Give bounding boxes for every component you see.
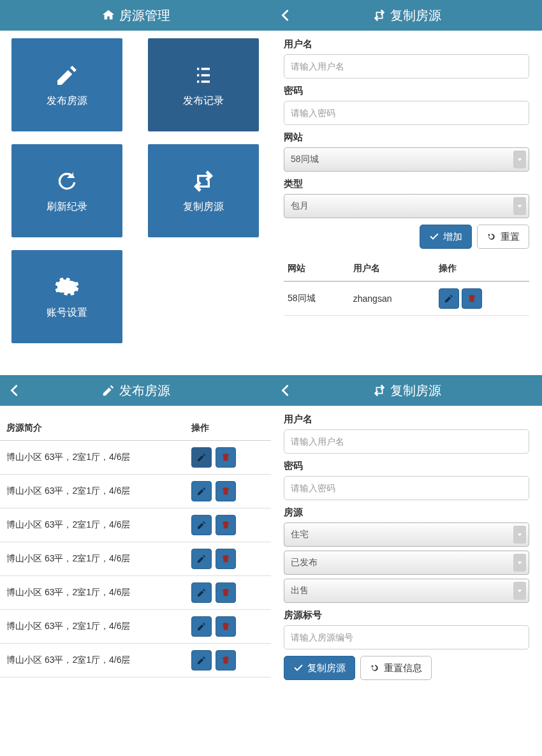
reset-info-button[interactable]: 重置信息 [360, 656, 432, 680]
panel-copy-accounts: 复制房源 用户名 密码 网站 58同城 [271, 0, 542, 351]
reset-icon [370, 663, 380, 673]
code-input[interactable] [284, 625, 529, 649]
chevron-down-icon [513, 526, 526, 544]
chevron-down-icon [513, 582, 526, 600]
page-title: 复制房源 [390, 382, 441, 399]
edit-button[interactable] [191, 481, 212, 501]
tile-pencil[interactable]: 发布房源 [11, 38, 122, 131]
delete-button[interactable] [216, 650, 236, 671]
add-button[interactable]: 增加 [420, 225, 472, 249]
gear-icon [54, 274, 80, 300]
trash-icon [221, 452, 231, 463]
reset-icon [487, 232, 497, 242]
delete-button[interactable] [216, 549, 236, 569]
cell-user: zhangsan [349, 281, 435, 316]
copy-button[interactable]: 复制房源 [284, 656, 355, 680]
site-value: 58同城 [291, 154, 319, 165]
col-site: 网站 [284, 256, 349, 281]
col-user: 用户名 [349, 256, 435, 281]
trash-icon [221, 588, 231, 598]
username-input[interactable] [284, 54, 529, 78]
delete-button[interactable] [216, 481, 236, 501]
edit-button[interactable] [191, 515, 212, 535]
tile-label: 复制房源 [183, 200, 224, 214]
panel-copy-listing: 复制房源 用户名 密码 房源 住宅 [271, 375, 542, 699]
trash-icon [221, 486, 231, 496]
tile-label: 刷新纪录 [47, 200, 87, 214]
type-value: 包月 [291, 200, 309, 212]
type-label: 类型 [284, 178, 529, 190]
username-input[interactable] [284, 429, 529, 454]
delete-button[interactable] [216, 447, 236, 468]
trash-icon [467, 293, 477, 304]
tile-gear[interactable]: 账号设置 [11, 250, 122, 343]
password-input[interactable] [284, 476, 529, 500]
delete-button[interactable] [462, 288, 482, 309]
back-button[interactable] [279, 0, 293, 31]
titlebar-copy2: 复制房源 [271, 375, 542, 406]
type-select[interactable]: 包月 [284, 194, 529, 218]
reset-button[interactable]: 重置 [477, 225, 529, 249]
password-label: 密码 [284, 85, 529, 97]
delete-button[interactable] [216, 515, 236, 535]
table-row: 博山小区 63平，2室1厅，4/6层 [0, 542, 271, 576]
pencil-icon [196, 655, 207, 665]
table-row: 博山小区 63平，2室1厅，4/6层 [0, 508, 271, 542]
accounts-table: 网站 用户名 操作 58同城zhangsan [284, 256, 529, 316]
tile-list[interactable]: 发布记录 [148, 38, 259, 131]
edit-button[interactable] [191, 582, 212, 603]
retweet-icon [191, 168, 216, 194]
titlebar-copy: 复制房源 [271, 0, 542, 31]
titlebar-publish: 发布房源 [0, 375, 271, 406]
trash-icon [221, 655, 231, 665]
tile-label: 发布房源 [47, 94, 87, 108]
back-button[interactable] [8, 375, 22, 406]
password-input[interactable] [284, 101, 529, 125]
cell-summary: 博山小区 63平，2室1厅，4/6层 [0, 576, 185, 610]
listing-status-select[interactable]: 已发布 [284, 551, 529, 575]
edit-button[interactable] [191, 616, 212, 637]
tile-retweet[interactable]: 复制房源 [148, 144, 259, 237]
delete-button[interactable] [216, 582, 236, 603]
pencil-icon [196, 621, 207, 632]
cell-summary: 博山小区 63平，2室1厅，4/6层 [0, 610, 185, 644]
pencil-icon [196, 486, 207, 496]
trash-icon [221, 554, 231, 564]
pencil-icon [196, 452, 207, 463]
username-label: 用户名 [284, 413, 529, 426]
panel-menu: 房源管理 发布房源发布记录刷新纪录复制房源账号设置 [0, 0, 271, 351]
retweet-icon [372, 8, 386, 22]
delete-button[interactable] [216, 616, 236, 637]
site-select[interactable]: 58同城 [284, 147, 529, 172]
listing-type-select[interactable]: 住宅 [284, 523, 529, 547]
cell-site: 58同城 [284, 281, 349, 316]
tile-label: 账号设置 [47, 306, 87, 320]
cell-summary: 博山小区 63平，2室1厅，4/6层 [0, 542, 185, 576]
col-ops: 操作 [185, 416, 271, 441]
edit-button[interactable] [191, 650, 212, 671]
code-label: 房源标号 [284, 609, 529, 621]
tile-label: 发布记录 [183, 94, 224, 108]
col-ops: 操作 [435, 256, 529, 281]
page-title: 复制房源 [390, 7, 441, 24]
retweet-icon [372, 383, 386, 397]
back-button[interactable] [279, 375, 293, 406]
pencil-icon [444, 293, 454, 304]
list-icon [191, 63, 216, 88]
edit-button[interactable] [191, 447, 212, 468]
table-row: 博山小区 63平，2室1厅，4/6层 [0, 576, 271, 610]
edit-button[interactable] [191, 549, 212, 569]
check-icon [293, 663, 304, 673]
page-title: 发布房源 [119, 382, 170, 399]
listing-deal-select[interactable]: 出售 [284, 579, 529, 603]
tile-refresh[interactable]: 刷新纪录 [11, 144, 122, 237]
page-title: 房源管理 [119, 7, 170, 24]
cell-summary: 博山小区 63平，2室1厅，4/6层 [0, 644, 185, 678]
pencil-icon [196, 554, 207, 564]
panel-publish-list: 发布房源 房源简介 操作 博山小区 63平，2室1厅，4/6层博山小区 63平，… [0, 375, 271, 699]
edit-button[interactable] [439, 288, 459, 309]
table-row: 58同城zhangsan [284, 281, 529, 316]
trash-icon [221, 520, 231, 530]
pencil-icon [196, 588, 207, 598]
trash-icon [221, 621, 231, 632]
